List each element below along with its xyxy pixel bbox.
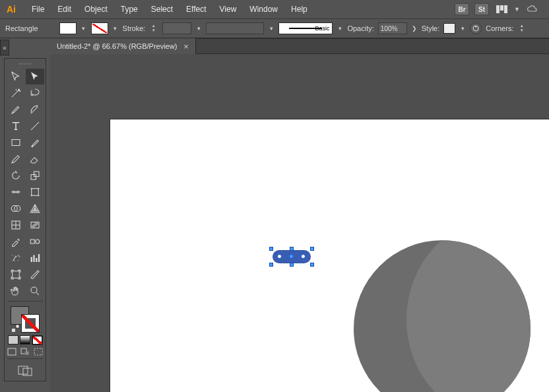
swap-fill-stroke-icon[interactable]: [12, 325, 20, 333]
slice-tool[interactable]: [26, 267, 44, 282]
graphic-style-swatch[interactable]: [443, 23, 455, 34]
rectangle-tool[interactable]: [7, 135, 25, 150]
arrange-documents-button[interactable]: [494, 3, 509, 15]
line-segment-tool[interactable]: [26, 118, 44, 134]
svg-rect-14: [30, 240, 34, 244]
symbol-sprayer-tool[interactable]: [7, 250, 25, 266]
menu-effect[interactable]: Effect: [179, 2, 212, 16]
stroke-dropdown-icon[interactable]: ▾: [112, 25, 119, 32]
mesh-tool[interactable]: [7, 217, 25, 233]
curvature-tool[interactable]: [26, 102, 44, 117]
scale-tool[interactable]: [26, 168, 44, 183]
svg-rect-19: [16, 325, 19, 328]
pen-tool[interactable]: [7, 102, 25, 117]
pencil-tool[interactable]: [7, 151, 25, 167]
stroke-color-icon[interactable]: [21, 314, 40, 333]
corners-label: Corners:: [486, 24, 513, 32]
document-tab-title: Untitled-2* @ 66.67% (RGB/Preview): [57, 42, 177, 50]
eyedropper-tool[interactable]: [7, 234, 25, 249]
menu-view[interactable]: View: [213, 2, 243, 16]
svg-point-1: [475, 26, 476, 28]
blend-tool[interactable]: [26, 234, 44, 249]
draw-mode-row: [6, 347, 44, 356]
magic-wand-tool[interactable]: [7, 85, 25, 101]
color-mode-solid[interactable]: [8, 335, 18, 344]
zoom-tool[interactable]: [26, 283, 44, 299]
style-dropdown-icon[interactable]: ▾: [459, 25, 466, 32]
svg-point-17: [31, 287, 37, 293]
svg-rect-3: [31, 175, 36, 180]
direct-selection-tool[interactable]: [26, 69, 44, 84]
selected-object[interactable]: [271, 248, 313, 265]
stroke-weight-field[interactable]: [162, 22, 191, 34]
bridge-button[interactable]: Br: [455, 3, 469, 15]
recolor-artwork-button[interactable]: [470, 22, 482, 34]
brush-dropdown-icon[interactable]: ▾: [337, 25, 343, 32]
perspective-grid-tool[interactable]: [26, 201, 44, 216]
menu-help[interactable]: Help: [284, 2, 314, 16]
gpu-preview-icon[interactable]: [525, 3, 540, 15]
paintbrush-tool[interactable]: [26, 135, 44, 150]
brush-definition[interactable]: Basic: [278, 22, 333, 34]
svg-point-8: [30, 195, 32, 196]
opacity-label: Opacity:: [347, 24, 373, 32]
svg-point-22: [25, 351, 29, 355]
tool-panel-grip[interactable]: ┈┈┈: [6, 61, 44, 67]
selection-tool[interactable]: [7, 69, 25, 84]
rotate-tool[interactable]: [7, 168, 25, 183]
svg-rect-18: [12, 329, 15, 332]
menu-file[interactable]: File: [25, 2, 51, 16]
opacity-dropdown-icon[interactable]: ❯: [411, 25, 418, 32]
fill-dropdown-icon[interactable]: ▾: [81, 25, 87, 32]
svg-point-6: [30, 188, 32, 189]
fill-swatch[interactable]: [59, 22, 77, 34]
stock-button[interactable]: St: [474, 3, 489, 15]
svg-rect-23: [34, 348, 42, 355]
stroke-weight-dropdown-icon[interactable]: ▾: [195, 25, 202, 32]
fill-stroke-control[interactable]: [11, 306, 40, 333]
svg-point-15: [35, 240, 39, 244]
variable-width-dropdown-icon[interactable]: ▾: [268, 25, 274, 32]
brush-label: Basic: [315, 25, 329, 32]
eraser-tool[interactable]: [26, 151, 44, 167]
chevron-down-icon[interactable]: ▼: [514, 6, 520, 13]
close-tab-button[interactable]: ×: [183, 42, 189, 51]
free-transform-tool[interactable]: [26, 184, 44, 200]
svg-rect-4: [34, 172, 39, 177]
hand-tool[interactable]: [7, 283, 25, 299]
svg-rect-16: [12, 271, 19, 278]
screen-mode-button[interactable]: [6, 365, 44, 377]
menu-object[interactable]: Object: [78, 2, 114, 16]
color-mode-none[interactable]: [32, 335, 42, 344]
menu-window[interactable]: Window: [243, 2, 284, 16]
stroke-swatch[interactable]: [91, 22, 108, 34]
column-graph-tool[interactable]: [26, 250, 44, 266]
document-tab-strip: Untitled-2* @ 66.67% (RGB/Preview) ×: [50, 38, 549, 54]
menu-edit[interactable]: Edit: [51, 2, 78, 16]
color-mode-row: [6, 335, 44, 344]
style-label: Style:: [422, 24, 440, 32]
corners-stepper[interactable]: ▴▾: [517, 22, 527, 34]
menu-bar: Ai File Edit Object Type Select Effect V…: [0, 0, 549, 18]
shape-builder-tool[interactable]: [7, 201, 25, 216]
document-tab[interactable]: Untitled-2* @ 66.67% (RGB/Preview) ×: [50, 38, 196, 54]
svg-point-7: [38, 188, 39, 189]
opacity-field[interactable]: 100%: [378, 22, 407, 34]
variable-width-profile[interactable]: [206, 22, 264, 34]
lasso-tool[interactable]: [26, 85, 44, 101]
canvas-area[interactable]: [50, 54, 549, 392]
gradient-tool[interactable]: [26, 217, 44, 233]
panel-collapse-handle[interactable]: «: [0, 40, 9, 55]
draw-normal-icon[interactable]: [6, 347, 17, 356]
menu-type[interactable]: Type: [114, 2, 145, 16]
menu-select[interactable]: Select: [145, 2, 179, 16]
color-mode-gradient[interactable]: [20, 335, 30, 344]
width-tool[interactable]: [7, 184, 25, 200]
menubar-right-group: Br St ▼: [455, 3, 545, 15]
artboard-tool[interactable]: [7, 267, 25, 282]
draw-inside-icon[interactable]: [33, 347, 44, 356]
stroke-weight-stepper[interactable]: ▴▾: [149, 22, 158, 34]
type-tool[interactable]: [7, 118, 25, 134]
svg-rect-2: [12, 140, 20, 146]
draw-behind-icon[interactable]: [19, 347, 30, 356]
